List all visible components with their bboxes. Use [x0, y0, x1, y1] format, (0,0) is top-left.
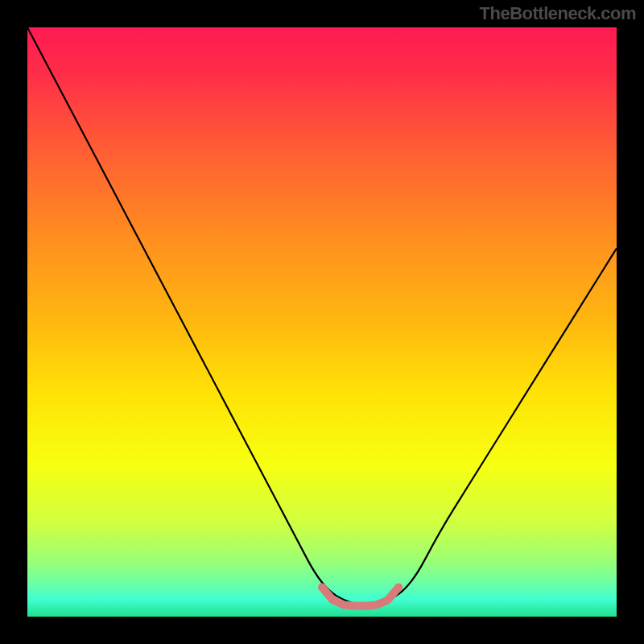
- bottleneck-chart-svg: [27, 27, 617, 617]
- watermark-text: TheBottleneck.com: [480, 3, 636, 24]
- gradient-background: [27, 27, 617, 617]
- chart-frame: TheBottleneck.com: [0, 0, 644, 644]
- plot-area: [27, 27, 617, 617]
